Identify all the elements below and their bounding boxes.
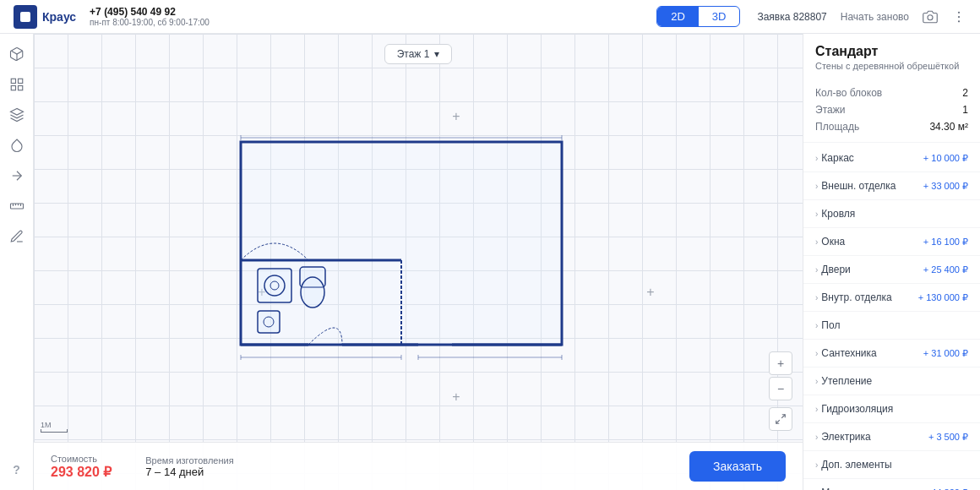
panel-divider [803,367,980,368]
zoom-out-button[interactable]: − [769,377,792,400]
add-bottom-button[interactable]: + [448,389,465,406]
item-name: Доп. элементы [821,459,891,471]
item-left: › Сантехника [815,347,877,359]
panel-item[interactable]: › Сантехника + 31 000 ₽ [803,341,980,365]
item-price: + 130 000 ₽ [918,292,968,303]
item-chevron-icon: › [815,377,818,386]
panel-items: › Каркас + 10 000 ₽ › Внешн. отделка + 3… [803,143,980,490]
item-left: › Гидроизоляция [815,403,893,415]
add-right-button[interactable]: + [642,284,659,301]
view-2d-button[interactable]: 2D [657,7,699,26]
canvas-grid: Этаж 1 ▾ + + + + [34,34,803,490]
item-name: Гидроизоляция [821,403,893,415]
item-price: + 33 000 ₽ [923,181,968,192]
fullscreen-button[interactable] [769,407,792,431]
camera-button[interactable] [923,9,938,24]
panel-item[interactable]: › Электрика + 3 500 ₽ [803,425,980,449]
item-chevron-icon: › [815,349,818,358]
svg-rect-23 [258,269,291,302]
item-left: › Окна [815,236,845,248]
scale-label: 1M [41,421,52,429]
panel-item[interactable]: › Гидроизоляция [803,397,980,421]
stat-row: Этажи1 [815,101,968,118]
floor-chevron: ▾ [434,48,439,60]
cube-tool-button[interactable] [3,41,30,68]
view-3d-button[interactable]: 3D [699,7,740,26]
more-button[interactable] [951,9,966,24]
help-button[interactable]: ? [3,456,30,483]
item-name: Внешн. отделка [821,180,896,192]
canvas-area[interactable]: Этаж 1 ▾ + + + + [34,34,803,490]
panel-item[interactable]: › Двери + 25 400 ₽ [803,258,980,281]
panel-item[interactable]: › Внутр. отделка + 130 000 ₽ [803,286,980,309]
floor-button[interactable]: Этаж 1 ▾ [384,44,453,64]
svg-rect-28 [258,311,280,333]
item-price: + 25 400 ₽ [923,264,968,275]
item-price: + 31 000 ₽ [923,348,968,359]
panel-item[interactable]: › Пол [803,313,980,337]
item-price: + 16 100 ₽ [923,237,968,248]
svg-rect-9 [18,86,22,90]
panel-item[interactable]: › Внешн. отделка + 33 000 ₽ [803,174,980,198]
item-price: + 3 500 ₽ [928,432,968,443]
item-left: › Внутр. отделка [815,291,892,303]
panel-subtitle: Стены с деревянной обрешёткой [815,61,968,71]
svg-point-27 [301,277,324,308]
logo-icon [14,5,37,29]
floor-label: Этаж 1 [397,48,430,60]
time-value: 7 – 14 дней [145,466,233,478]
drop-tool-button[interactable] [3,132,30,159]
panel-item[interactable]: › Утепление [803,369,980,393]
item-name: Пол [821,319,840,331]
panel-item[interactable]: › Каркас + 10 000 ₽ [803,146,980,170]
item-left: › Утепление [815,375,872,387]
header-right: Заявка 828807 Начать заново [757,9,966,24]
panel-item[interactable]: › Кровля [803,202,980,226]
item-left: › Двери [815,264,851,275]
item-left: › Доп. элементы [815,459,892,471]
order-button[interactable]: Заказать [689,451,786,482]
item-name: Монтаж [821,487,858,490]
line-tool-button[interactable] [3,162,30,189]
layers-tool-button[interactable] [3,101,30,128]
stat-row: Площадь34.30 м² [815,118,968,135]
panel-item[interactable]: › Окна + 16 100 ₽ [803,230,980,253]
svg-line-40 [776,420,780,423]
item-price: + 10 000 ₽ [923,153,968,164]
item-left: › Монтаж [815,487,858,490]
measure-tool-button[interactable] [3,193,30,220]
panel-divider [803,283,980,284]
paint-tool-button[interactable] [3,223,30,250]
item-left: › Электрика [815,431,871,443]
left-toolbar: ? [0,34,34,490]
stat-label: Кол-во блоков [815,87,882,99]
zoom-controls: + − [769,351,792,431]
svg-point-3 [958,15,960,17]
item-chevron-icon: › [815,182,818,191]
item-chevron-icon: › [815,265,818,275]
panel-divider [803,422,980,423]
grid-tool-button[interactable] [3,71,30,98]
stat-value: 2 [962,87,968,99]
phone-hours: пн-пт 8:00-19:00, сб 9:00-17:00 [90,18,210,27]
right-panel: Стандарт Стены с деревянной обрешёткой К… [803,34,980,490]
add-top-button[interactable]: + [448,108,465,125]
item-chevron-icon: › [815,237,818,247]
panel-item[interactable]: › Монтаж + 44 820 ₽ [803,481,980,490]
item-left: › Кровля [815,208,855,220]
header-phone: +7 (495) 540 49 92 пн-пт 8:00-19:00, сб … [90,6,210,27]
view-toggle: 2D 3D [656,6,740,27]
app-header: Краус +7 (495) 540 49 92 пн-пт 8:00-19:0… [0,0,980,34]
restart-button[interactable]: Начать заново [841,11,909,23]
item-chevron-icon: › [815,154,818,163]
panel-divider [803,227,980,228]
panel-item[interactable]: › Доп. элементы [803,453,980,476]
panel-header: Стандарт Стены с деревянной обрешёткой [803,34,980,78]
zoom-in-button[interactable]: + [769,351,792,375]
item-name: Двери [821,264,850,275]
svg-rect-7 [18,79,22,83]
logo-area: Краус [14,5,76,29]
svg-line-39 [781,415,785,418]
item-chevron-icon: › [815,433,818,442]
svg-point-1 [928,14,933,19]
